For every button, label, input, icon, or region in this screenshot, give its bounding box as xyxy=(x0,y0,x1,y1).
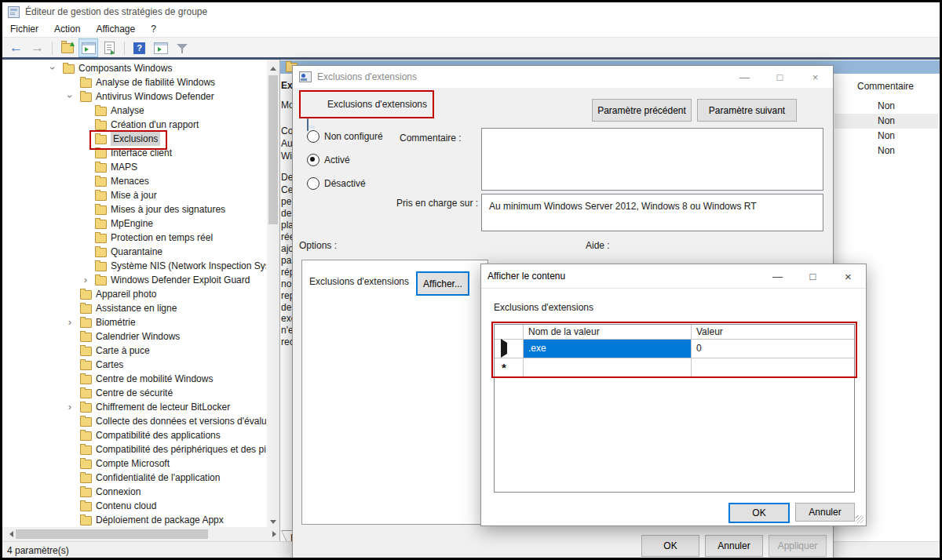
menu-action[interactable]: Action xyxy=(46,24,88,35)
comment-textarea[interactable] xyxy=(481,128,823,191)
value-cell[interactable] xyxy=(692,358,854,376)
tree-item-centre-de-s-curit[interactable]: Centre de sécurité xyxy=(2,386,266,400)
menu-affichage[interactable]: Affichage xyxy=(88,24,143,35)
menu-fichier[interactable]: Fichier xyxy=(2,24,46,35)
column-header-commentaire[interactable]: Commentaire xyxy=(834,81,937,92)
comment-cell[interactable]: Non xyxy=(834,114,938,129)
scroll-down-icon[interactable] xyxy=(814,180,820,186)
tree-item-confidentialit-de-l-application[interactable]: Confidentialité de l'application xyxy=(2,471,266,485)
maximize-icon[interactable]: □ xyxy=(795,264,831,288)
row-selector-cell[interactable]: * xyxy=(495,358,524,376)
tree-item-mpengine[interactable]: MpEngine xyxy=(2,216,266,231)
comment-cell[interactable]: Non xyxy=(834,129,938,144)
tree-item-connexion[interactable]: Connexion xyxy=(2,485,266,499)
scroll-right-button[interactable] xyxy=(267,527,279,540)
resize-grip[interactable] xyxy=(856,515,864,523)
help-icon[interactable] xyxy=(130,38,149,57)
supported-on-box[interactable]: Au minimum Windows Server 2012, Windows … xyxy=(481,194,823,231)
tree-item-contenu-cloud[interactable]: Contenu cloud xyxy=(2,499,266,513)
up-folder-icon[interactable] xyxy=(57,38,77,57)
table-row[interactable]: .exe0 xyxy=(495,340,854,358)
tree-item-analyse-de-fiabilit-windows[interactable]: Analyse de fiabilité Windows xyxy=(2,75,266,89)
settings-dialog-titlebar[interactable]: Exclusions d'extensions — □ × xyxy=(293,66,833,88)
next-setting-button[interactable]: Paramètre suivant xyxy=(697,99,797,122)
scroll-up-button[interactable] xyxy=(267,60,279,72)
export-list-icon[interactable] xyxy=(100,38,119,57)
tree-item-maps[interactable]: MAPS xyxy=(2,160,266,174)
row-selector-cell[interactable] xyxy=(495,340,524,358)
filter-icon[interactable] xyxy=(172,38,192,57)
tree-item-compte-microsoft[interactable]: Compte Microsoft xyxy=(2,456,266,471)
back-icon[interactable] xyxy=(6,38,26,57)
tree-item-cr-ation-d-un-rapport[interactable]: Création d'un rapport xyxy=(2,118,266,132)
minimize-icon[interactable]: — xyxy=(727,66,762,88)
show-window-icon[interactable] xyxy=(151,38,170,57)
scroll-up-icon[interactable] xyxy=(814,198,820,205)
tree-item-appareil-photo[interactable]: Appareil photo xyxy=(2,287,266,301)
tree-item-interface-client[interactable]: Interface client xyxy=(2,146,266,160)
tree-item-antivirus-windows-defender[interactable]: ›Antivirus Windows Defender xyxy=(2,89,266,104)
value-name-cell[interactable] xyxy=(524,358,692,376)
chevron-right-icon[interactable]: › xyxy=(66,315,74,329)
chevron-down-icon[interactable]: › xyxy=(46,64,60,72)
tree-item-quarantaine[interactable]: Quarantaine xyxy=(2,245,266,259)
scroll-down-icon[interactable] xyxy=(814,220,820,227)
value-cell[interactable]: 0 xyxy=(692,340,854,358)
ok-button[interactable]: OK xyxy=(728,503,790,523)
horizontal-scroll-thumb[interactable] xyxy=(16,529,208,539)
maximize-icon[interactable]: □ xyxy=(762,66,798,88)
column-header-value[interactable]: Valeur xyxy=(692,325,854,339)
console-window-icon[interactable] xyxy=(78,38,98,57)
tree-item-compatibilit-des-applications[interactable]: Compatibilité des applications xyxy=(2,428,266,442)
tree-item-assistance-en-ligne[interactable]: Assistance en ligne xyxy=(2,301,266,315)
tree-item-label: Mise à jour xyxy=(111,188,157,202)
radio-non-configuré[interactable] xyxy=(307,130,319,143)
tree-item-mises-jour-des-signatures[interactable]: Mises à jour des signatures xyxy=(2,202,266,216)
horizontal-scrollbar[interactable] xyxy=(2,527,279,541)
tree-item-calendrier-windows[interactable]: Calendrier Windows xyxy=(2,329,266,344)
contents-dialog-titlebar[interactable]: Afficher le contenu — □ × xyxy=(481,264,866,289)
tree-item-collecte-des-donn-es-et-versions-d-valuat[interactable]: Collecte des données et versions d'évalu… xyxy=(2,414,266,428)
vertical-scroll-thumb[interactable] xyxy=(268,75,278,224)
apply-button[interactable]: Appliquer xyxy=(769,535,827,557)
scroll-left-button[interactable] xyxy=(2,527,15,540)
minimize-icon[interactable]: — xyxy=(760,264,795,288)
tree-item-d-ploiement-de-package-appx[interactable]: Déploiement de package Appx xyxy=(2,513,266,527)
radio-désactivé[interactable] xyxy=(307,177,319,190)
previous-setting-button[interactable]: Paramètre précédent xyxy=(592,99,692,122)
tree-item-mise-jour[interactable]: Mise à jour xyxy=(2,188,266,202)
chevron-down-icon[interactable]: › xyxy=(63,93,77,100)
table-row[interactable]: * xyxy=(495,358,854,377)
chevron-right-icon[interactable]: › xyxy=(66,400,74,414)
tree-item-protection-en-temps-r-el[interactable]: Protection en temps réel xyxy=(2,231,266,245)
show-button[interactable]: Afficher... xyxy=(416,271,469,296)
close-icon[interactable]: × xyxy=(831,264,866,288)
comment-cell[interactable]: Non xyxy=(834,144,938,158)
close-icon[interactable]: × xyxy=(798,66,833,88)
tree-item-menaces[interactable]: Menaces xyxy=(2,174,266,188)
column-header-name[interactable]: Nom de la valeur xyxy=(524,325,692,339)
menu-help[interactable]: ? xyxy=(143,24,164,35)
tree-item-chiffrement-de-lecteur-bitlocker[interactable]: ›Chiffrement de lecteur BitLocker xyxy=(2,400,266,414)
scroll-down-button[interactable] xyxy=(267,515,279,527)
comment-cell[interactable]: Non xyxy=(834,99,938,114)
tree-item-centre-de-mobilit-windows[interactable]: Centre de mobilité Windows xyxy=(2,372,266,386)
forward-icon[interactable] xyxy=(27,38,47,57)
tree-item-biom-trie[interactable]: ›Biométrie xyxy=(2,315,266,329)
tree-item-analyse[interactable]: Analyse xyxy=(2,104,266,118)
value-name-cell[interactable]: .exe xyxy=(524,340,692,358)
vertical-scrollbar[interactable] xyxy=(267,60,279,527)
tree-item-compatibilit-des-p-riph-riques-et-des-pilo[interactable]: Compatibilité des périphériques et des p… xyxy=(2,442,266,456)
tree-item-syst-me-nis-network-inspection-syste[interactable]: Système NIS (Network Inspection Syste xyxy=(2,259,266,273)
tree-item-cartes[interactable]: Cartes xyxy=(2,358,266,372)
tree-item-windows-defender-exploit-guard[interactable]: ›Windows Defender Exploit Guard xyxy=(2,273,266,287)
ok-button[interactable]: OK xyxy=(641,535,699,557)
tree-item-carte-puce[interactable]: Carte à puce xyxy=(2,344,266,358)
tree-item-composants-windows[interactable]: ›Composants Windows xyxy=(2,61,266,75)
radio-activé[interactable] xyxy=(307,154,319,166)
scroll-up-icon[interactable] xyxy=(814,133,820,139)
cancel-button[interactable]: Annuler xyxy=(705,535,763,557)
chevron-right-icon[interactable]: › xyxy=(82,273,89,287)
cancel-button[interactable]: Annuler xyxy=(795,503,855,522)
tree-item-exclusions[interactable]: Exclusions xyxy=(2,132,266,146)
